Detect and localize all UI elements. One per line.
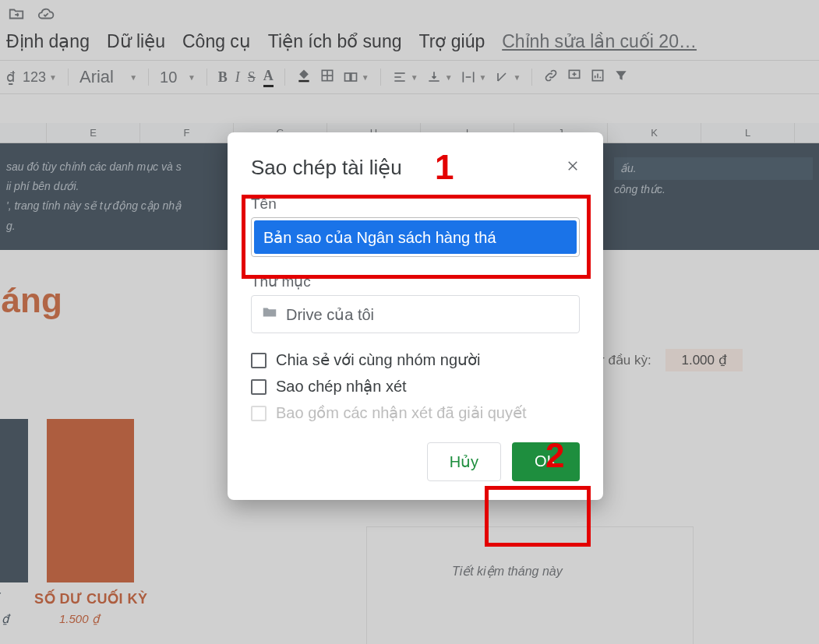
folder-value: Drive của tôi — [286, 305, 374, 324]
checkbox-icon — [251, 353, 267, 368]
folder-label: Thư mục — [251, 273, 580, 290]
name-label: Tên — [251, 195, 580, 213]
checkbox-copy-comments[interactable]: Sao chép nhận xét — [251, 377, 580, 396]
cancel-button[interactable]: Hủy — [427, 442, 501, 481]
folder-select[interactable]: Drive của tôi — [251, 295, 580, 333]
name-input-wrap — [251, 217, 580, 257]
checkbox-label: Sao chép nhận xét — [276, 377, 407, 396]
checkbox-label: Chia sẻ với cùng nhóm người — [276, 350, 480, 369]
checkbox-share-same-people[interactable]: Chia sẻ với cùng nhóm người — [251, 350, 580, 369]
copy-document-dialog: Sao chép tài liệu Tên Thư mục Drive của … — [228, 132, 603, 500]
folder-icon — [261, 304, 278, 325]
checkbox-include-resolved: Bao gồm các nhận xét đã giải quyết — [251, 403, 580, 422]
checkbox-icon — [251, 406, 267, 421]
dialog-title: Sao chép tài liệu — [251, 156, 402, 180]
name-input[interactable] — [254, 220, 577, 254]
checkbox-icon — [251, 379, 267, 395]
ok-button[interactable]: OK — [512, 442, 580, 481]
checkbox-label: Bao gồm các nhận xét đã giải quyết — [276, 403, 527, 422]
close-icon[interactable] — [566, 159, 580, 177]
